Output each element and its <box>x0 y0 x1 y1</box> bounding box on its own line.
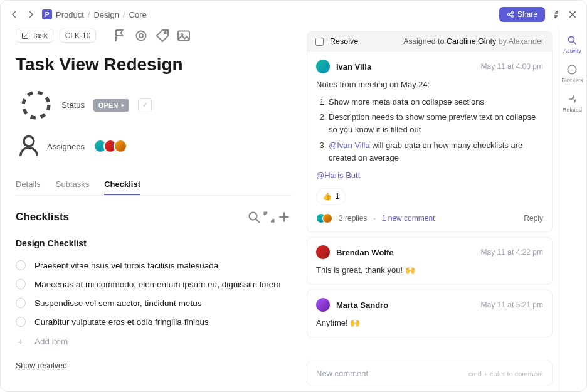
svg-point-12 <box>569 36 574 42</box>
task-type-badge[interactable]: Task <box>16 29 53 43</box>
assignment-info: Assigned to Caroline Ginty by Alexander <box>403 37 544 46</box>
activity-icon <box>566 34 578 46</box>
task-id-badge[interactable]: CLK-10 <box>60 29 97 43</box>
checklists-header: Checklists <box>16 211 246 223</box>
project-icon: P <box>42 9 52 19</box>
assignees-label: Assignees <box>47 142 85 151</box>
tab-subtasks[interactable]: Subtasks <box>56 174 89 195</box>
svg-point-2 <box>511 16 513 18</box>
comment-author: Ivan Villa <box>336 62 371 72</box>
checklist-circle-icon[interactable] <box>16 298 26 308</box>
resolve-label: Resolve <box>330 37 358 46</box>
flag-icon[interactable] <box>112 28 127 43</box>
comment-date: May 11 at 4:22 pm <box>481 248 543 257</box>
reply-count[interactable]: 3 replies <box>339 213 367 225</box>
breadcrumb-mid[interactable]: Design <box>93 10 119 19</box>
related-icon <box>567 93 578 105</box>
plus-icon: + <box>16 336 26 346</box>
complete-checkbox[interactable]: ✓ <box>138 98 152 112</box>
status-badge[interactable]: OPEN▸ <box>93 99 129 112</box>
svg-rect-3 <box>23 33 28 39</box>
page-title: Task View Redesign <box>16 55 292 75</box>
avatar <box>322 213 332 223</box>
rail-blockers[interactable]: Blockers <box>561 64 583 83</box>
target-icon[interactable] <box>134 28 149 43</box>
reply-button[interactable]: Reply <box>524 213 543 225</box>
add-item-button[interactable]: + Add item <box>16 331 292 351</box>
share-button[interactable]: Share <box>499 7 545 22</box>
comment-card: Ivan Villa May 11 at 4:00 pm Notes from … <box>307 52 553 232</box>
collapse-icon[interactable] <box>551 9 561 19</box>
tag-icon[interactable] <box>155 28 170 43</box>
expand-icon[interactable] <box>262 209 277 225</box>
svg-point-11 <box>250 213 257 220</box>
tab-checklist[interactable]: Checklist <box>104 174 140 195</box>
avatar <box>316 245 330 259</box>
show-resolved-link[interactable]: Show resolved <box>16 361 292 370</box>
comment-date: May 11 at 4:00 pm <box>481 62 543 71</box>
mention[interactable]: @Haris Butt <box>316 169 543 182</box>
image-icon[interactable] <box>176 28 191 43</box>
reaction[interactable]: 👍 1 <box>316 188 346 205</box>
mention[interactable]: @Ivan Villa <box>329 140 370 150</box>
new-comment-count[interactable]: 1 new comment <box>382 213 435 225</box>
avatar <box>316 298 330 312</box>
comment-author: Marta Sandro <box>336 300 388 310</box>
assignee-avatars[interactable] <box>93 139 127 153</box>
checklist-circle-icon[interactable] <box>16 279 26 289</box>
breadcrumb-leaf[interactable]: Core <box>129 10 147 19</box>
checklist-item[interactable]: Suspendisse vel sem auctor, tincidunt me… <box>16 294 292 312</box>
rail-activity[interactable]: Activity <box>563 34 581 54</box>
checklist-circle-icon[interactable] <box>16 317 26 327</box>
avatar <box>114 139 127 153</box>
close-icon[interactable] <box>568 9 578 19</box>
svg-point-9 <box>23 92 49 118</box>
comment-date: May 11 at 5:21 pm <box>481 300 543 309</box>
nav-back-icon[interactable] <box>9 9 19 19</box>
avatar <box>316 60 330 73</box>
rail-related[interactable]: Related <box>563 93 582 113</box>
add-checklist-icon[interactable] <box>277 209 292 225</box>
svg-point-6 <box>164 32 166 34</box>
tab-details[interactable]: Details <box>16 174 41 195</box>
checklist-item[interactable]: Curabitur vulputate eros et odio fringil… <box>16 312 292 331</box>
svg-point-10 <box>24 136 34 146</box>
new-comment-input[interactable]: New comment cmd + enter to comment <box>307 361 553 386</box>
svg-point-0 <box>507 14 509 16</box>
nav-forward-icon[interactable] <box>26 9 36 19</box>
checklist-circle-icon[interactable] <box>16 260 26 270</box>
status-label: Status <box>61 100 85 110</box>
checklist-item[interactable]: Praesent vitae risus vel turpis facilisi… <box>16 256 292 275</box>
checklist-section-title: Design Checklist <box>16 238 292 248</box>
svg-point-13 <box>568 65 577 74</box>
resolve-checkbox[interactable] <box>315 38 324 46</box>
breadcrumb: P Product / Design / Core <box>42 9 493 19</box>
svg-point-5 <box>139 34 143 38</box>
svg-point-4 <box>137 31 146 41</box>
checklist-item[interactable]: Maecenas at mi commodo, elementum ipsum … <box>16 275 292 294</box>
svg-point-1 <box>511 12 513 14</box>
search-icon[interactable] <box>246 209 262 225</box>
comment-author: Brendan Wolfe <box>336 248 394 257</box>
blockers-icon <box>566 64 578 75</box>
breadcrumb-root[interactable]: Product <box>56 10 84 19</box>
comment-card: Brendan Wolfe May 11 at 4:22 pm This is … <box>307 237 553 285</box>
svg-rect-7 <box>178 31 189 41</box>
comment-card: Marta Sandro May 11 at 5:21 pm Anytime! … <box>307 290 553 337</box>
